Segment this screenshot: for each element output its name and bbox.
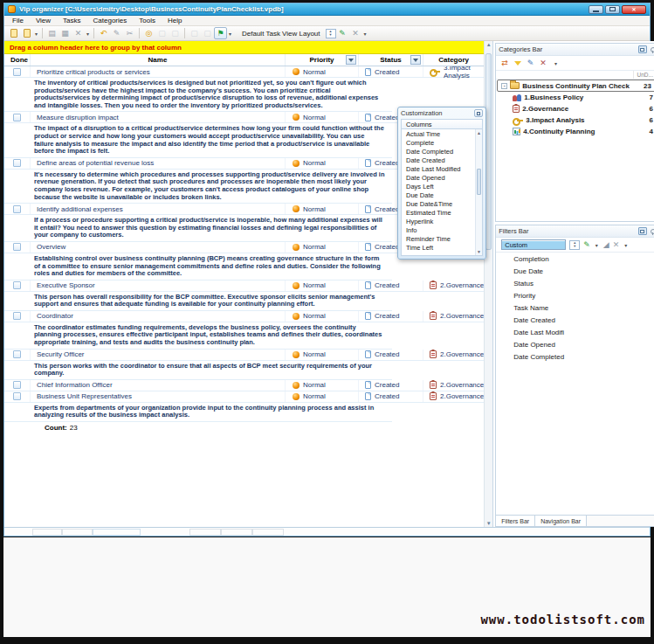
tree-expander-icon[interactable]: - [501,83,507,89]
dialog-columns-tab[interactable]: Columns [401,119,483,128]
task-checkbox[interactable] [13,159,21,167]
task-checkbox[interactable] [13,68,21,76]
dialog-titlebar[interactable]: Customization [398,107,485,119]
dialog-scrollbar[interactable]: ▲ ▼ [475,129,482,255]
scroll-down-icon[interactable]: ▼ [486,521,492,526]
new-note-icon[interactable] [20,27,33,39]
panel-pin-icon[interactable] [649,227,654,235]
categories-more-icon[interactable]: ▾ [553,60,559,66]
panel-pin-icon[interactable] [649,45,654,53]
filter-preset-combo[interactable]: Custom [501,239,566,250]
move-category-icon[interactable]: ⇄ [501,59,508,67]
column-header-category[interactable]: Category [423,54,484,66]
filter-preset-spinner[interactable]: ▲▼ [569,240,580,250]
dialog-column-item[interactable]: Date Last Modified [402,165,475,174]
edit-category-icon[interactable]: ✎ [527,59,534,67]
dialog-column-item[interactable]: Hyperlink [402,218,475,226]
delete-category-icon[interactable]: ✕ [540,59,547,67]
panel-restore-icon[interactable] [638,45,647,53]
task-checkbox[interactable] [13,312,21,320]
apply-layout-pen-icon[interactable]: ✎ [336,27,349,39]
task-checkbox[interactable] [13,381,21,389]
layout-dropdown-icon[interactable]: ▾ [362,31,368,37]
filters-more-icon[interactable]: ▾ [623,242,629,248]
dialog-column-item[interactable]: Complete [402,139,475,148]
cut-icon[interactable]: ✂ [123,27,136,39]
undone-column-header[interactable]: UnD... [633,71,654,79]
column-header-name[interactable]: Name [31,54,286,66]
tab-navigation-bar[interactable]: Navigation Bar [535,516,587,526]
minimize-button[interactable] [589,5,603,14]
column-header-status[interactable]: Status [359,54,423,66]
edit-icon[interactable]: ✎ [110,27,123,39]
task-view-flag-icon[interactable]: ⚑ [214,27,227,39]
new-task-icon[interactable] [7,27,20,39]
print-icon[interactable]: ▦ [59,27,72,39]
menu-tools[interactable]: Tools [133,17,162,24]
task-row[interactable]: Executive SponsorNormalCreated2.Governan… [4,280,484,292]
menu-view[interactable]: View [30,17,57,24]
dialog-column-item[interactable]: Date Completed [402,148,475,156]
dialog-scroll-up-icon[interactable]: ▲ [477,130,481,135]
menu-file[interactable]: File [6,17,30,24]
maximize-button[interactable] [605,5,620,14]
menu-help[interactable]: Help [162,17,188,24]
task-checkbox[interactable] [13,243,21,251]
dialog-column-item[interactable]: Time Left [402,244,475,253]
layout-combo[interactable]: Default Task View Layout [233,30,326,38]
task-checkbox[interactable] [13,205,21,213]
column-header-done[interactable]: Done [4,54,31,66]
find-icon[interactable]: ◎ [142,27,155,39]
task-row[interactable]: CoordinatorNormalCreated2.Governance [4,311,484,322]
apply-filter-pen-icon[interactable]: ✎ [583,240,590,249]
tab-filters-bar[interactable]: Filters Bar [496,516,535,526]
close-button[interactable]: ✕ [622,5,646,14]
menu-categories[interactable]: Categories [87,17,134,24]
dialog-scroll-thumb[interactable] [477,169,481,195]
category-tree-item[interactable]: 1.Business Policy77 [496,92,654,103]
category-tree-item[interactable]: -Business Continuity Plan Check2323 [497,80,654,92]
undo-icon[interactable]: ↶ [97,27,110,39]
dialog-column-item[interactable]: Actual Time [402,130,475,139]
more-dropdown-icon[interactable]: ▾ [85,31,91,37]
dialog-column-item[interactable]: Due Date&Time [402,200,475,209]
dialog-column-item[interactable]: Date Opened [402,174,475,183]
task-checkbox[interactable] [13,392,21,400]
dialog-column-item[interactable]: Info [402,226,475,235]
menu-tasks[interactable]: Tasks [57,17,86,24]
dialog-column-item[interactable]: Date Created [402,156,475,165]
pen-dropdown-icon[interactable]: ▾ [594,242,600,248]
clear-layout-icon[interactable]: ✕ [349,27,362,39]
dialog-column-item[interactable]: Due Date [402,191,475,200]
eraser-icon[interactable]: ◢ [603,240,609,249]
dialog-column-item[interactable]: Days Left [402,183,475,191]
layout-spinner[interactable]: ▲▼ [326,29,336,38]
scrollbar-thumb[interactable] [485,53,492,250]
group-by-bar[interactable]: Drag a column header here to group by th… [4,41,484,54]
dialog-scroll-down-icon[interactable]: ▼ [477,249,481,254]
filter-funnel-icon[interactable] [514,61,521,66]
category-tree-item[interactable]: 2.Governance66 [496,103,654,114]
new-dropdown-icon[interactable]: ▾ [33,31,39,37]
view-dropdown-icon[interactable]: ▾ [227,31,233,37]
dialog-close-button[interactable] [474,109,483,117]
task-row[interactable]: Prioritize critical products or services… [4,66,484,78]
task-checkbox[interactable] [13,114,21,121]
task-row[interactable]: Security OfficerNormalCreated2.Governanc… [4,350,484,361]
save-icon[interactable]: ▤ [45,27,59,39]
task-checkbox[interactable] [13,281,21,289]
task-checkbox[interactable] [13,350,21,358]
clear-filter-icon[interactable]: ✕ [613,240,620,249]
column-header-priority[interactable]: Priority [286,54,359,66]
delete-icon[interactable]: ✕ [72,27,85,39]
priority-filter-dropdown[interactable] [346,55,356,65]
panel-restore-icon[interactable] [638,227,647,235]
dialog-column-item[interactable]: Estimated Time [402,209,475,218]
task-row[interactable]: Business Unit RepresentativesNormalCreat… [4,391,484,403]
task-row[interactable]: Chief Information OfficerNormalCreated2.… [4,380,484,391]
category-tree-item[interactable]: 4.Continuity Planning44 [496,126,654,137]
status-filter-dropdown[interactable] [410,55,421,65]
scroll-up-icon[interactable]: ▲ [486,42,492,47]
dialog-column-item[interactable]: Reminder Time [402,235,475,244]
category-tree-item[interactable]: 3.Impact Analysis66 [496,114,654,126]
